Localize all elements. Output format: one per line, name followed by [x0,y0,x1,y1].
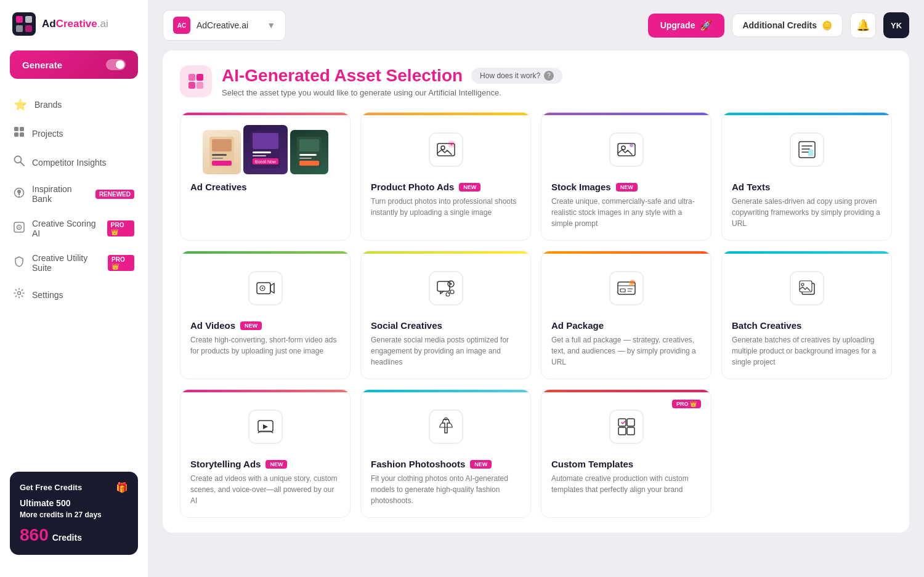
sidebar-item-brands[interactable]: ⭐ Brands [5,91,143,118]
card-body: Storytelling Ads NEW Create ad videos wi… [180,392,350,517]
card-name: Ad Texts [732,182,881,192]
svg-rect-27 [253,133,278,149]
card-icon-area [551,264,701,313]
stack-icon: 🪙 [822,20,832,30]
asset-card-stock-images[interactable]: Stock Images NEW Create unique, commerci… [541,112,711,241]
asset-name: Social Creatives [371,320,442,331]
svg-rect-1 [16,16,23,23]
generate-button[interactable]: Generate [10,50,138,79]
credits-number: 860 [20,525,49,545]
asset-card-social-creatives[interactable]: Social Creatives Generate social media p… [360,251,531,379]
page-header-icon [180,65,212,97]
brands-icon: ⭐ [14,98,27,111]
card-body: Ad Videos NEW Create high-converting, sh… [180,254,350,368]
sidebar-item-competitor-insights[interactable]: Competitor Insights [5,148,143,176]
get-free-credits-label: Get Free Credits [20,483,82,492]
inspiration-label: Inspiration Bank [32,184,86,204]
asset-card-batch-creatives[interactable]: Batch Creatives Generate batches of crea… [721,251,892,379]
svg-rect-33 [299,139,319,151]
renewed-badge: RENEWED [95,190,134,199]
card-desc: Create ad videos with a unique story, cu… [190,473,340,506]
card-icon-area [732,125,881,174]
workspace-selector[interactable]: AC AdCreative.ai ▼ [163,10,286,41]
card-name: Batch Creatives [732,320,881,331]
svg-point-49 [450,283,452,285]
page-subtitle: Select the asset type you would like to … [222,88,892,97]
asset-name: Product Photo Ads [371,182,454,192]
generate-toggle [106,59,126,70]
asset-card-fashion-photoshoots[interactable]: Fashion Photoshoots NEW Fit your clothin… [360,389,531,518]
svg-rect-12 [18,196,20,197]
chevron-down-icon: ▼ [267,20,275,30]
days-unit: days [84,510,101,519]
card-icon-box [429,410,463,444]
card-name: Ad Creatives [190,182,340,192]
card-desc: Generate sales-driven ad copy using prov… [732,196,881,229]
header-left: AC AdCreative.ai ▼ [163,10,286,41]
sidebar-item-settings[interactable]: Settings [5,281,143,309]
preview-card-1 [203,130,241,174]
asset-card-storytelling-ads[interactable]: Storytelling Ads NEW Create ad videos wi… [180,389,351,518]
preview-card-3 [290,130,328,174]
user-avatar-button[interactable]: YK [883,12,909,38]
main-area: AC AdCreative.ai ▼ Upgrade 🚀 Additional … [148,0,924,577]
svg-rect-35 [299,158,312,159]
asset-name: Custom Templates [551,459,633,469]
asset-card-custom-templates[interactable]: PRO 👑 [541,389,711,518]
card-name: Fashion Photoshoots NEW [371,459,521,469]
svg-rect-36 [299,161,319,166]
svg-rect-63 [627,419,634,426]
svg-rect-44 [808,150,813,156]
card-name: Storytelling Ads NEW [190,459,340,469]
asset-card-ad-texts[interactable]: Ad Texts Generate sales-driven ad copy u… [721,112,892,241]
sidebar-item-projects[interactable]: Projects [5,119,143,147]
card-icon-box [429,132,463,167]
gift-icon: 🎁 [116,482,128,493]
svg-rect-19 [188,82,195,89]
preview-card-2: Boost Now [243,125,288,174]
card-desc: Generate batches of creatives by uploadi… [732,334,881,368]
asset-card-ad-videos[interactable]: Ad Videos NEW Create high-converting, sh… [180,251,351,379]
additional-credits-button[interactable]: Additional Credits 🪙 [732,14,843,37]
svg-rect-22 [212,139,232,151]
svg-point-61 [445,418,447,420]
svg-rect-7 [14,132,18,137]
upgrade-button[interactable]: Upgrade 🚀 [648,14,725,38]
how-it-works-label: How does it work? [480,71,540,80]
logo-text: AdCreative.ai [42,18,108,30]
svg-text:Boost Now: Boost Now [255,159,277,164]
asset-name: Batch Creatives [732,320,801,331]
svg-rect-54 [620,289,625,292]
sidebar-item-utility-suite[interactable]: Creative Utility Suite PRO 👑 [5,246,143,280]
card-name: Product Photo Ads NEW [371,182,521,192]
svg-rect-8 [20,132,24,137]
asset-name: Fashion Photoshoots [371,459,465,469]
scoring-icon [14,222,25,236]
new-badge: NEW [265,460,287,469]
asset-card-ad-creatives[interactable]: Boost Now Ad Creatives [180,112,351,241]
inspiration-icon [14,187,25,201]
card-body: Custom Templates Automate creative produ… [541,392,711,506]
asset-card-ad-package[interactable]: Ad Package Get a full ad package — strat… [541,251,711,379]
svg-rect-29 [253,155,266,156]
sidebar-item-inspiration-bank[interactable]: Inspiration Bank RENEWED [5,177,143,211]
card-name: Custom Templates [551,459,701,469]
card-body: Product Photo Ads NEW Turn product photo… [361,115,530,229]
asset-card-product-photo-ads[interactable]: Product Photo Ads NEW Turn product photo… [360,112,531,241]
how-it-works-button[interactable]: How does it work? ? [471,68,562,84]
card-icon-area [551,125,701,174]
svg-rect-34 [299,154,317,156]
card-icon-area [371,402,521,451]
asset-name: Ad Creatives [190,182,247,192]
svg-point-38 [441,146,445,150]
svg-rect-64 [618,427,626,435]
utility-pro-badge: PRO 👑 [108,255,134,271]
asset-name: Storytelling Ads [190,459,261,469]
asset-name: Ad Texts [732,182,770,192]
sidebar-item-creative-scoring[interactable]: Creative Scoring AI PRO 👑 [5,212,143,245]
svg-rect-65 [627,427,634,435]
svg-rect-5 [14,127,18,131]
settings-icon [14,288,25,302]
credits-header: Get Free Credits 🎁 [20,482,128,493]
notifications-button[interactable]: 🔔 [850,12,876,38]
